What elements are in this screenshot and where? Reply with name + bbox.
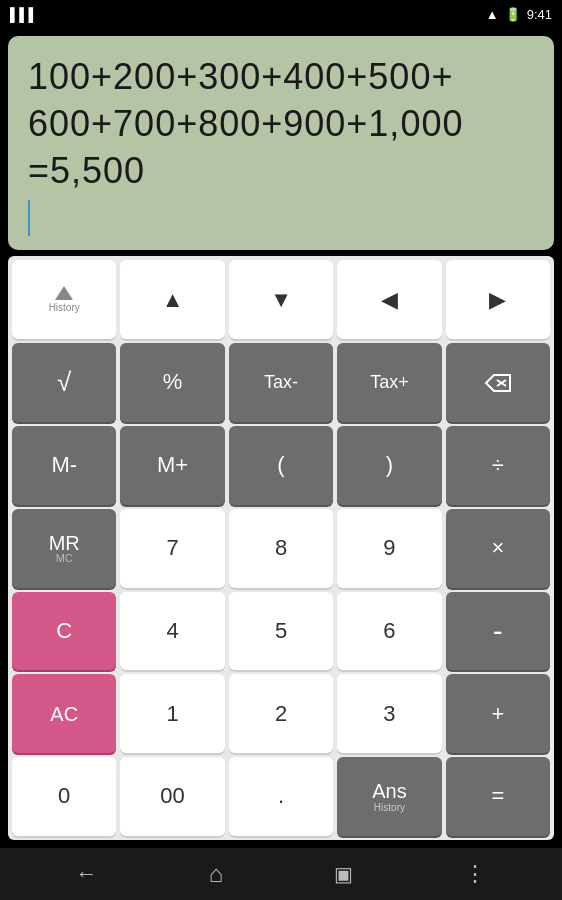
row-456: C 4 5 6 -	[12, 592, 550, 671]
mr-mc-button[interactable]: MR MC	[12, 509, 116, 588]
right-paren-button[interactable]: )	[337, 426, 441, 505]
calculator-display: 100+200+300+400+500+600+700+800+900+1,00…	[8, 36, 554, 250]
add-button[interactable]: +	[446, 674, 550, 753]
equals-button[interactable]: =	[446, 757, 550, 836]
status-bar: ▌▌▌ ▲ 🔋 9:41	[0, 0, 562, 28]
row-memory: M- M+ ( ) ÷	[12, 426, 550, 505]
menu-button[interactable]: ⋮	[456, 853, 494, 895]
ans-history-sub: History	[374, 802, 405, 813]
percent-button[interactable]: %	[120, 343, 224, 422]
backspace-button[interactable]	[446, 343, 550, 422]
m-minus-button[interactable]: M-	[12, 426, 116, 505]
battery-icon: 🔋	[505, 7, 521, 22]
sqrt-button[interactable]: √	[12, 343, 116, 422]
calculator-keypad: History ▲ ▼ ◀ ▶ √ % Tax- Tax+ M- M+ ( ) …	[8, 256, 554, 840]
left-paren-button[interactable]: (	[229, 426, 333, 505]
six-button[interactable]: 6	[337, 592, 441, 671]
arrow-down-button[interactable]: ▼	[229, 260, 333, 339]
subtract-button[interactable]: -	[446, 592, 550, 671]
clear-button[interactable]: C	[12, 592, 116, 671]
history-label: History	[49, 302, 80, 313]
row-special: √ % Tax- Tax+	[12, 343, 550, 422]
row-zero: 0 00 . Ans History =	[12, 757, 550, 836]
arrow-right-button[interactable]: ▶	[446, 260, 550, 339]
double-zero-button[interactable]: 00	[120, 757, 224, 836]
status-right: ▲ 🔋 9:41	[486, 7, 552, 22]
wifi-icon: ▲	[486, 7, 499, 22]
row-123: AC 1 2 3 +	[12, 674, 550, 753]
five-button[interactable]: 5	[229, 592, 333, 671]
recents-button[interactable]: ▣	[326, 854, 361, 894]
decimal-button[interactable]: .	[229, 757, 333, 836]
status-left: ▌▌▌	[10, 7, 38, 22]
three-button[interactable]: 3	[337, 674, 441, 753]
arrow-up-button[interactable]: ▲	[120, 260, 224, 339]
nav-bar: ← ⌂ ▣ ⋮	[0, 848, 562, 900]
multiply-button[interactable]: ×	[446, 509, 550, 588]
tax-minus-button[interactable]: Tax-	[229, 343, 333, 422]
one-button[interactable]: 1	[120, 674, 224, 753]
tax-plus-button[interactable]: Tax+	[337, 343, 441, 422]
two-button[interactable]: 2	[229, 674, 333, 753]
home-button[interactable]: ⌂	[201, 852, 232, 896]
cursor	[28, 200, 30, 236]
nine-button[interactable]: 9	[337, 509, 441, 588]
zero-button[interactable]: 0	[12, 757, 116, 836]
four-button[interactable]: 4	[120, 592, 224, 671]
all-clear-button[interactable]: AC	[12, 674, 116, 753]
display-text: 100+200+300+400+500+600+700+800+900+1,00…	[28, 54, 534, 194]
ans-history-button[interactable]: Ans History	[337, 757, 441, 836]
m-plus-button[interactable]: M+	[120, 426, 224, 505]
seven-button[interactable]: 7	[120, 509, 224, 588]
eight-button[interactable]: 8	[229, 509, 333, 588]
clock: 9:41	[527, 7, 552, 22]
arrow-left-button[interactable]: ◀	[337, 260, 441, 339]
ans-label: Ans	[372, 780, 406, 802]
row-nav: History ▲ ▼ ◀ ▶	[12, 260, 550, 339]
history-button[interactable]: History	[12, 260, 116, 339]
row-789: MR MC 7 8 9 ×	[12, 509, 550, 588]
divide-button[interactable]: ÷	[446, 426, 550, 505]
back-button[interactable]: ←	[68, 853, 106, 895]
signal-icon: ▌▌▌	[10, 7, 38, 22]
